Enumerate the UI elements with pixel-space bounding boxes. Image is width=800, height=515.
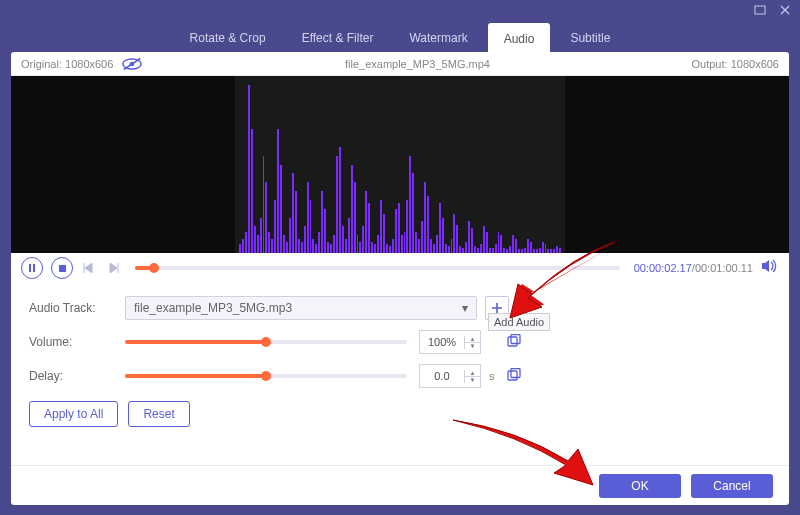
transport-bar: 00:00:02.17/00:01:00.11 — [11, 253, 789, 283]
tab-rotate-crop[interactable]: Rotate & Crop — [174, 22, 282, 53]
svg-rect-6 — [59, 265, 66, 272]
footer: OK Cancel — [11, 465, 789, 505]
svg-rect-4 — [29, 264, 31, 272]
preview-area — [11, 76, 789, 253]
volume-up-stepper[interactable]: ▲ — [465, 336, 480, 343]
tab-subtitle[interactable]: Subtitle — [554, 22, 626, 53]
seek-slider[interactable] — [135, 266, 620, 270]
meta-row: Original: 1080x606 file_example_MP3_5MG.… — [11, 52, 789, 76]
audio-track-select[interactable]: file_example_MP3_5MG.mp3 ▾ — [125, 296, 477, 320]
svg-rect-0 — [755, 6, 765, 14]
delay-down-stepper[interactable]: ▼ — [465, 377, 480, 383]
time-display: 00:00:02.17/00:01:00.11 — [634, 262, 753, 274]
tab-bar: Rotate & Crop Effect & Filter Watermark … — [11, 22, 789, 53]
apply-to-all-button[interactable]: Apply to All — [29, 401, 118, 427]
delay-label: Delay: — [29, 369, 117, 383]
volume-down-stepper[interactable]: ▼ — [465, 343, 480, 349]
cancel-button[interactable]: Cancel — [691, 474, 773, 498]
stop-button[interactable] — [51, 257, 73, 279]
add-audio-tooltip: Add Audio — [488, 313, 550, 331]
reset-button[interactable]: Reset — [128, 401, 189, 427]
volume-slider[interactable] — [125, 340, 407, 344]
waveform — [235, 76, 565, 253]
delay-unit: s — [489, 370, 499, 382]
prev-button[interactable] — [81, 257, 97, 279]
tab-effect-filter[interactable]: Effect & Filter — [286, 22, 390, 53]
volume-apply-icon[interactable] — [507, 334, 523, 351]
main-panel: Original: 1080x606 file_example_MP3_5MG.… — [11, 52, 789, 505]
svg-rect-10 — [511, 368, 520, 377]
preview-toggle-icon[interactable] — [121, 57, 143, 71]
output-label: Output: 1080x606 — [692, 58, 779, 70]
delay-apply-icon[interactable] — [507, 368, 523, 385]
next-button[interactable] — [105, 257, 121, 279]
minimize-button[interactable] — [754, 4, 769, 19]
delay-slider[interactable] — [125, 374, 407, 378]
tab-watermark[interactable]: Watermark — [393, 22, 483, 53]
svg-rect-9 — [508, 371, 517, 380]
tab-audio[interactable]: Audio — [488, 23, 551, 54]
svg-rect-7 — [508, 337, 517, 346]
delay-value-box[interactable]: 0.0 ▲▼ — [419, 364, 481, 388]
svg-rect-8 — [511, 334, 520, 343]
delay-up-stepper[interactable]: ▲ — [465, 370, 480, 377]
volume-value-box[interactable]: 100% ▲▼ — [419, 330, 481, 354]
close-button[interactable] — [779, 4, 794, 19]
original-label: Original: 1080x606 — [21, 58, 113, 70]
audio-track-label: Audio Track: — [29, 301, 117, 315]
ok-button[interactable]: OK — [599, 474, 681, 498]
chevron-down-icon: ▾ — [462, 301, 468, 315]
filename: file_example_MP3_5MG.mp4 — [345, 58, 490, 70]
volume-icon[interactable] — [761, 259, 779, 277]
volume-label: Volume: — [29, 335, 117, 349]
pause-button[interactable] — [21, 257, 43, 279]
audio-form: Audio Track: file_example_MP3_5MG.mp3 ▾ … — [11, 283, 789, 435]
svg-rect-5 — [33, 264, 35, 272]
